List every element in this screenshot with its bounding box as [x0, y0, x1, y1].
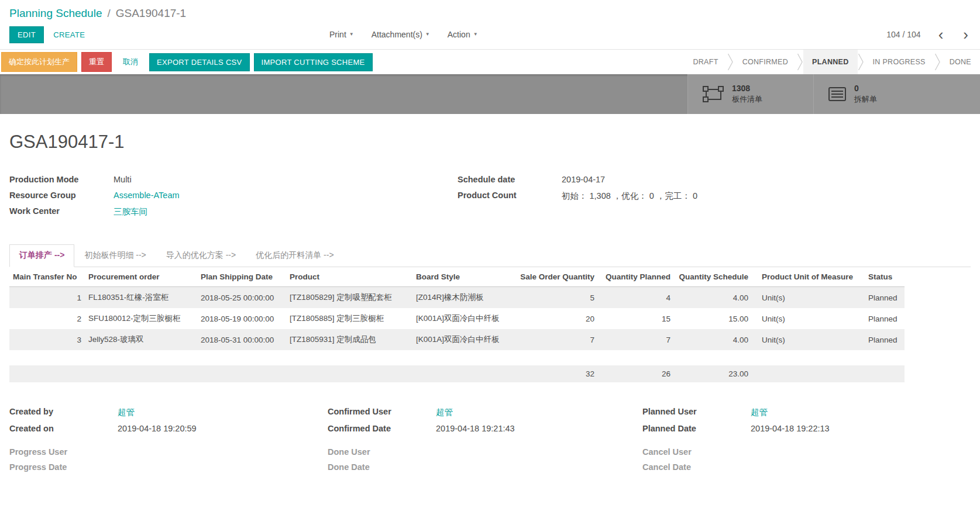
breadcrumb-planning-schedule-link[interactable]: Planning Schedule [9, 7, 102, 20]
confirm-production-button[interactable]: 确定按此计划生产 [1, 52, 77, 72]
print-menu[interactable]: Print ▼ [329, 30, 354, 39]
field-done-user: Done User [328, 447, 642, 457]
cell-quantity-schedule: 15.00 [674, 308, 752, 329]
action-menu-label: Action [448, 30, 470, 39]
audit-column-confirmed: Confirmed User 超管 Confirmed Date 2019-04… [328, 407, 642, 478]
created-by-link[interactable]: 超管 [118, 407, 135, 418]
cell-status: Planned [865, 308, 905, 329]
stat-button-board-list[interactable]: 1308 板件清单 [687, 74, 813, 114]
col-header-sale-order-quantity[interactable]: Sale Order Quantity [512, 267, 598, 287]
list-document-icon [828, 86, 847, 102]
tab-order-scheduling[interactable]: 订单排产 --> [9, 244, 74, 267]
field-done-date: Done Date [328, 462, 642, 472]
cell-product: [TZ1805885] 定制三胺橱柜 [286, 308, 412, 329]
breadcrumb: Planning Schedule / GSA190417-1 [0, 0, 980, 20]
field-product-count: Product Count 初始： 1,308 ，优化： 0 ，完工： 0 [458, 191, 971, 202]
record-pager: 104 / 104 ‹ › [886, 29, 971, 40]
cell-procurement-order: Jelly528-玻璃双 [85, 329, 197, 350]
caret-down-icon: ▼ [473, 32, 478, 37]
pager-count: 104 / 104 [886, 30, 920, 39]
cell-quantity-schedule: 4.00 [674, 329, 752, 350]
field-created-on: Created on 2019-04-18 19:20:59 [9, 424, 328, 433]
work-center-link[interactable]: 三胺车间 [114, 206, 147, 217]
field-progress-user: Progress User [9, 447, 328, 457]
tab-initial-board-detail[interactable]: 初始板件明细 --> [74, 244, 156, 267]
col-header-product-uom[interactable]: Product Unit of Measure [752, 267, 865, 287]
table-row[interactable]: 3 Jelly528-玻璃双 2018-05-31 00:00:00 [TZ18… [9, 329, 905, 350]
table-row[interactable]: 1 FL180351-红橡-浴室柜 2018-05-25 00:00:00 [T… [9, 287, 905, 309]
status-chevron-icon [797, 50, 803, 74]
field-cancel-user: Cancel User [642, 447, 971, 457]
cell-status: Planned [865, 329, 905, 350]
total-quantity-planned: 26 [598, 365, 674, 382]
pager-previous-button[interactable]: ‹ [936, 29, 946, 40]
tab-optimized-cutting-list[interactable]: 优化后的开料清单 --> [246, 244, 343, 267]
pager-next-button[interactable]: › [961, 29, 971, 40]
confirmed-user-link[interactable]: 超管 [436, 407, 453, 418]
cancel-button[interactable]: 取消 [116, 53, 145, 71]
resource-group-link[interactable]: Assemble-ATeam [114, 191, 180, 200]
stat-button-teardown-orders[interactable]: 0 拆解单 [813, 74, 980, 114]
col-header-main-transfer-no[interactable]: Main Transfer No [9, 267, 85, 287]
cell-procurement-order: FL180351-红橡-浴室柜 [85, 287, 197, 309]
col-header-quantity-planned[interactable]: Quantity Planned [598, 267, 674, 287]
created-on-label: Created on [9, 424, 118, 433]
col-header-board-style[interactable]: Board Style [412, 267, 512, 287]
cell-plan-shipping-date: 2018-05-31 00:00:00 [197, 329, 286, 350]
reset-button[interactable]: 重置 [81, 52, 112, 72]
status-bar: DRAFT CONFIRMED PLANNED IN PROGRESS DONE [684, 50, 980, 74]
planned-user-link[interactable]: 超管 [751, 407, 768, 418]
col-header-quantity-schedule[interactable]: Quantity Schedule [674, 267, 752, 287]
cell-quantity-planned: 15 [598, 308, 674, 329]
caret-down-icon: ▼ [349, 32, 354, 37]
work-center-label: Work Center [9, 206, 114, 217]
schedule-date-label: Schedule date [458, 175, 562, 184]
confirmed-date-label: Confirmed Date [328, 424, 436, 433]
cancel-user-label: Cancel User [642, 447, 751, 457]
field-confirmed-user: Confirmed User 超管 [328, 407, 642, 418]
col-header-status[interactable]: Status [865, 267, 905, 287]
cell-product-uom: Unit(s) [752, 308, 865, 329]
field-schedule-date: Schedule date 2019-04-17 [458, 175, 971, 184]
export-details-csv-button[interactable]: EXPORT DETAILS CSV [149, 53, 250, 71]
cell-plan-shipping-date: 2018-05-25 00:00:00 [197, 287, 286, 309]
attachments-menu[interactable]: Attachment(s) ▼ [372, 30, 430, 39]
caret-down-icon: ▼ [425, 32, 430, 37]
cell-product: [TZ1805829] 定制吸塑配套柜 [286, 287, 412, 309]
production-mode-value: Multi [114, 175, 132, 184]
board-list-label: 板件清单 [732, 94, 762, 105]
teardown-label: 拆解单 [854, 94, 877, 105]
production-mode-label: Production Mode [9, 175, 114, 184]
status-step-in-progress[interactable]: IN PROGRESS [864, 50, 934, 74]
created-by-label: Created by [9, 407, 118, 418]
field-groups: Production Mode Multi Resource Group Ass… [9, 175, 971, 224]
status-step-draft[interactable]: DRAFT [684, 50, 727, 74]
table-spacer-row [9, 350, 905, 365]
planned-date-label: Planned Date [642, 424, 751, 433]
edit-button[interactable]: EDIT [9, 26, 44, 43]
status-step-planned[interactable]: PLANNED [803, 50, 858, 74]
action-menu[interactable]: Action ▼ [448, 30, 478, 39]
cell-plan-shipping-date: 2018-05-19 00:00:00 [197, 308, 286, 329]
cell-product: [TZ1805931] 定制成品包 [286, 329, 412, 350]
progress-user-label: Progress User [9, 447, 118, 457]
status-step-done[interactable]: DONE [941, 50, 980, 74]
cancel-date-label: Cancel Date [642, 462, 751, 472]
table-row[interactable]: 2 SFU180012-定制三胺橱柜 2018-05-19 00:00:00 [… [9, 308, 905, 329]
cell-sale-order-quantity: 7 [512, 329, 598, 350]
status-step-confirmed[interactable]: CONFIRMED [734, 50, 797, 74]
col-header-procurement-order[interactable]: Procurement order [85, 267, 197, 287]
field-created-by: Created by 超管 [9, 407, 328, 418]
cell-quantity-schedule: 4.00 [674, 287, 752, 309]
done-date-label: Done Date [328, 462, 436, 472]
breadcrumb-record-name: GSA190417-1 [116, 7, 186, 20]
action-button-bar: 确定按此计划生产 重置 取消 EXPORT DETAILS CSV IMPORT… [0, 49, 980, 74]
import-cutting-scheme-button[interactable]: IMPORT CUTTING SCHEME [254, 53, 373, 71]
col-header-plan-shipping-date[interactable]: Plan Shipping Date [197, 267, 286, 287]
col-header-product[interactable]: Product [286, 267, 412, 287]
tab-imported-optimization-plan[interactable]: 导入的优化方案 --> [156, 244, 246, 267]
field-resource-group: Resource Group Assemble-ATeam [9, 191, 458, 200]
field-cancel-date: Cancel Date [642, 462, 971, 472]
board-list-count: 1308 [732, 84, 762, 93]
create-button[interactable]: CREATE [53, 30, 85, 39]
